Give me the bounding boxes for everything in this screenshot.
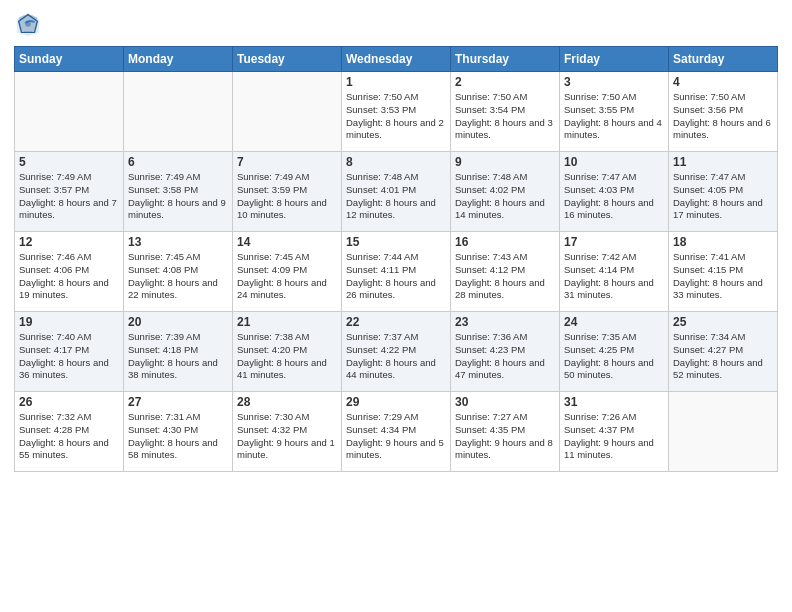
day-info: Sunrise: 7:39 AM Sunset: 4:18 PM Dayligh… bbox=[128, 331, 228, 382]
day-number: 4 bbox=[673, 75, 773, 89]
day-number: 20 bbox=[128, 315, 228, 329]
day-info: Sunrise: 7:37 AM Sunset: 4:22 PM Dayligh… bbox=[346, 331, 446, 382]
day-number: 18 bbox=[673, 235, 773, 249]
calendar-cell: 5Sunrise: 7:49 AM Sunset: 3:57 PM Daylig… bbox=[15, 152, 124, 232]
day-info: Sunrise: 7:44 AM Sunset: 4:11 PM Dayligh… bbox=[346, 251, 446, 302]
calendar-cell: 4Sunrise: 7:50 AM Sunset: 3:56 PM Daylig… bbox=[669, 72, 778, 152]
day-info: Sunrise: 7:42 AM Sunset: 4:14 PM Dayligh… bbox=[564, 251, 664, 302]
week-row-3: 12Sunrise: 7:46 AM Sunset: 4:06 PM Dayli… bbox=[15, 232, 778, 312]
calendar-cell: 1Sunrise: 7:50 AM Sunset: 3:53 PM Daylig… bbox=[342, 72, 451, 152]
svg-point-1 bbox=[25, 21, 31, 27]
weekday-header-thursday: Thursday bbox=[451, 47, 560, 72]
calendar-cell: 27Sunrise: 7:31 AM Sunset: 4:30 PM Dayli… bbox=[124, 392, 233, 472]
calendar-cell bbox=[669, 392, 778, 472]
day-number: 19 bbox=[19, 315, 119, 329]
calendar-cell: 29Sunrise: 7:29 AM Sunset: 4:34 PM Dayli… bbox=[342, 392, 451, 472]
day-info: Sunrise: 7:35 AM Sunset: 4:25 PM Dayligh… bbox=[564, 331, 664, 382]
day-info: Sunrise: 7:41 AM Sunset: 4:15 PM Dayligh… bbox=[673, 251, 773, 302]
calendar-cell: 25Sunrise: 7:34 AM Sunset: 4:27 PM Dayli… bbox=[669, 312, 778, 392]
calendar-cell bbox=[233, 72, 342, 152]
calendar-cell: 31Sunrise: 7:26 AM Sunset: 4:37 PM Dayli… bbox=[560, 392, 669, 472]
calendar-cell: 15Sunrise: 7:44 AM Sunset: 4:11 PM Dayli… bbox=[342, 232, 451, 312]
calendar-cell: 12Sunrise: 7:46 AM Sunset: 4:06 PM Dayli… bbox=[15, 232, 124, 312]
calendar-cell: 22Sunrise: 7:37 AM Sunset: 4:22 PM Dayli… bbox=[342, 312, 451, 392]
calendar-cell: 20Sunrise: 7:39 AM Sunset: 4:18 PM Dayli… bbox=[124, 312, 233, 392]
calendar-cell: 18Sunrise: 7:41 AM Sunset: 4:15 PM Dayli… bbox=[669, 232, 778, 312]
calendar-table: SundayMondayTuesdayWednesdayThursdayFrid… bbox=[14, 46, 778, 472]
weekday-header-sunday: Sunday bbox=[15, 47, 124, 72]
calendar-cell: 23Sunrise: 7:36 AM Sunset: 4:23 PM Dayli… bbox=[451, 312, 560, 392]
day-number: 15 bbox=[346, 235, 446, 249]
day-info: Sunrise: 7:34 AM Sunset: 4:27 PM Dayligh… bbox=[673, 331, 773, 382]
weekday-header-friday: Friday bbox=[560, 47, 669, 72]
logo-icon bbox=[14, 10, 42, 38]
day-info: Sunrise: 7:50 AM Sunset: 3:53 PM Dayligh… bbox=[346, 91, 446, 142]
day-number: 16 bbox=[455, 235, 555, 249]
day-number: 8 bbox=[346, 155, 446, 169]
day-info: Sunrise: 7:49 AM Sunset: 3:57 PM Dayligh… bbox=[19, 171, 119, 222]
day-info: Sunrise: 7:40 AM Sunset: 4:17 PM Dayligh… bbox=[19, 331, 119, 382]
day-info: Sunrise: 7:38 AM Sunset: 4:20 PM Dayligh… bbox=[237, 331, 337, 382]
weekday-header-tuesday: Tuesday bbox=[233, 47, 342, 72]
day-info: Sunrise: 7:48 AM Sunset: 4:01 PM Dayligh… bbox=[346, 171, 446, 222]
weekday-header-saturday: Saturday bbox=[669, 47, 778, 72]
day-number: 29 bbox=[346, 395, 446, 409]
day-info: Sunrise: 7:50 AM Sunset: 3:54 PM Dayligh… bbox=[455, 91, 555, 142]
weekday-header-row: SundayMondayTuesdayWednesdayThursdayFrid… bbox=[15, 47, 778, 72]
day-number: 23 bbox=[455, 315, 555, 329]
day-number: 25 bbox=[673, 315, 773, 329]
day-info: Sunrise: 7:31 AM Sunset: 4:30 PM Dayligh… bbox=[128, 411, 228, 462]
day-info: Sunrise: 7:47 AM Sunset: 4:03 PM Dayligh… bbox=[564, 171, 664, 222]
calendar-cell: 10Sunrise: 7:47 AM Sunset: 4:03 PM Dayli… bbox=[560, 152, 669, 232]
day-info: Sunrise: 7:45 AM Sunset: 4:09 PM Dayligh… bbox=[237, 251, 337, 302]
day-number: 3 bbox=[564, 75, 664, 89]
week-row-1: 1Sunrise: 7:50 AM Sunset: 3:53 PM Daylig… bbox=[15, 72, 778, 152]
day-info: Sunrise: 7:26 AM Sunset: 4:37 PM Dayligh… bbox=[564, 411, 664, 462]
calendar-cell: 30Sunrise: 7:27 AM Sunset: 4:35 PM Dayli… bbox=[451, 392, 560, 472]
calendar-cell: 7Sunrise: 7:49 AM Sunset: 3:59 PM Daylig… bbox=[233, 152, 342, 232]
calendar-cell: 24Sunrise: 7:35 AM Sunset: 4:25 PM Dayli… bbox=[560, 312, 669, 392]
day-info: Sunrise: 7:46 AM Sunset: 4:06 PM Dayligh… bbox=[19, 251, 119, 302]
day-number: 26 bbox=[19, 395, 119, 409]
day-info: Sunrise: 7:48 AM Sunset: 4:02 PM Dayligh… bbox=[455, 171, 555, 222]
day-number: 24 bbox=[564, 315, 664, 329]
day-info: Sunrise: 7:50 AM Sunset: 3:55 PM Dayligh… bbox=[564, 91, 664, 142]
day-info: Sunrise: 7:47 AM Sunset: 4:05 PM Dayligh… bbox=[673, 171, 773, 222]
day-number: 13 bbox=[128, 235, 228, 249]
day-number: 5 bbox=[19, 155, 119, 169]
day-number: 22 bbox=[346, 315, 446, 329]
day-number: 1 bbox=[346, 75, 446, 89]
day-number: 7 bbox=[237, 155, 337, 169]
day-info: Sunrise: 7:50 AM Sunset: 3:56 PM Dayligh… bbox=[673, 91, 773, 142]
calendar-cell bbox=[124, 72, 233, 152]
header bbox=[14, 10, 778, 38]
day-number: 30 bbox=[455, 395, 555, 409]
calendar-container: SundayMondayTuesdayWednesdayThursdayFrid… bbox=[0, 0, 792, 612]
calendar-cell: 21Sunrise: 7:38 AM Sunset: 4:20 PM Dayli… bbox=[233, 312, 342, 392]
calendar-cell: 11Sunrise: 7:47 AM Sunset: 4:05 PM Dayli… bbox=[669, 152, 778, 232]
day-number: 6 bbox=[128, 155, 228, 169]
day-number: 31 bbox=[564, 395, 664, 409]
day-info: Sunrise: 7:49 AM Sunset: 3:59 PM Dayligh… bbox=[237, 171, 337, 222]
day-info: Sunrise: 7:29 AM Sunset: 4:34 PM Dayligh… bbox=[346, 411, 446, 462]
calendar-cell bbox=[15, 72, 124, 152]
calendar-cell: 19Sunrise: 7:40 AM Sunset: 4:17 PM Dayli… bbox=[15, 312, 124, 392]
day-number: 17 bbox=[564, 235, 664, 249]
day-info: Sunrise: 7:36 AM Sunset: 4:23 PM Dayligh… bbox=[455, 331, 555, 382]
calendar-cell: 16Sunrise: 7:43 AM Sunset: 4:12 PM Dayli… bbox=[451, 232, 560, 312]
calendar-cell: 13Sunrise: 7:45 AM Sunset: 4:08 PM Dayli… bbox=[124, 232, 233, 312]
day-number: 2 bbox=[455, 75, 555, 89]
calendar-cell: 3Sunrise: 7:50 AM Sunset: 3:55 PM Daylig… bbox=[560, 72, 669, 152]
day-info: Sunrise: 7:45 AM Sunset: 4:08 PM Dayligh… bbox=[128, 251, 228, 302]
calendar-cell: 28Sunrise: 7:30 AM Sunset: 4:32 PM Dayli… bbox=[233, 392, 342, 472]
day-number: 28 bbox=[237, 395, 337, 409]
day-number: 10 bbox=[564, 155, 664, 169]
calendar-cell: 2Sunrise: 7:50 AM Sunset: 3:54 PM Daylig… bbox=[451, 72, 560, 152]
logo bbox=[14, 10, 46, 38]
calendar-cell: 8Sunrise: 7:48 AM Sunset: 4:01 PM Daylig… bbox=[342, 152, 451, 232]
day-number: 12 bbox=[19, 235, 119, 249]
week-row-2: 5Sunrise: 7:49 AM Sunset: 3:57 PM Daylig… bbox=[15, 152, 778, 232]
weekday-header-wednesday: Wednesday bbox=[342, 47, 451, 72]
calendar-cell: 14Sunrise: 7:45 AM Sunset: 4:09 PM Dayli… bbox=[233, 232, 342, 312]
day-number: 21 bbox=[237, 315, 337, 329]
